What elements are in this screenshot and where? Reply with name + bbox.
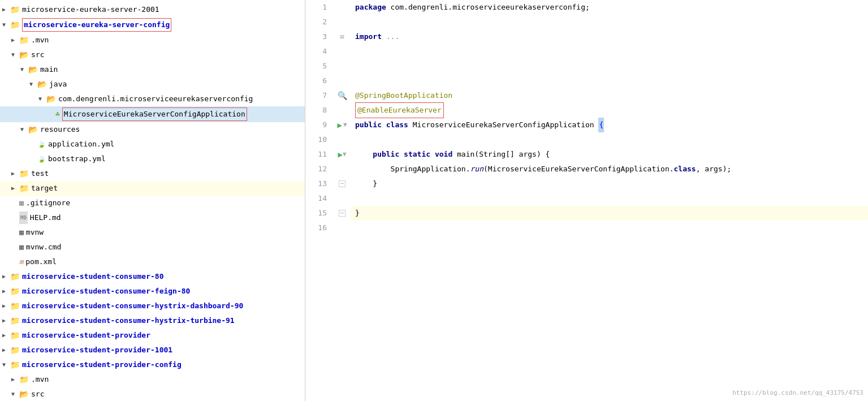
code-indent bbox=[355, 147, 373, 162]
code-text: com.dengrenli.microserviceeurekaserverco… bbox=[386, 0, 590, 15]
gutter-1 bbox=[334, 0, 351, 15]
code-text bbox=[382, 118, 386, 132]
line-num-4: 4 bbox=[310, 44, 327, 59]
gutter-11[interactable]: ▶ ▼ bbox=[334, 147, 351, 162]
fold-icon-13[interactable]: − bbox=[339, 180, 346, 187]
code-line-4 bbox=[351, 44, 868, 59]
tree-item-test[interactable]: ▶ 📁 test bbox=[0, 166, 305, 181]
arrow-icon: ▶ bbox=[2, 285, 10, 297]
yml-icon: 🍃 bbox=[37, 153, 46, 165]
tree-item-consumer-80[interactable]: ▶ 📁 microservice-student-consumer-80 bbox=[0, 269, 305, 284]
folder-src-icon: 📂 bbox=[19, 388, 29, 400]
folder-icon: 📁 bbox=[19, 182, 29, 195]
xml-icon: m bbox=[19, 256, 23, 268]
tree-item-bootstrap-yml[interactable]: 🍃 bootstrap.yml bbox=[0, 152, 305, 166]
tree-item-src2[interactable]: ▼ 📂 src bbox=[0, 387, 305, 401]
line-num-16: 16 bbox=[310, 221, 327, 235]
tree-item-resources[interactable]: ▼ 📂 resources bbox=[0, 122, 305, 137]
code-line-3: import ... bbox=[351, 29, 868, 44]
arrow-icon: ▼ bbox=[20, 123, 28, 136]
gutter-9[interactable]: ▶ ▼ bbox=[334, 118, 351, 132]
code-text: , args); bbox=[696, 162, 732, 176]
tree-label: java bbox=[49, 78, 67, 90]
gutter-13[interactable]: − bbox=[334, 176, 351, 191]
folder-pkg-icon: 📂 bbox=[46, 93, 56, 105]
tree-label: mvnw bbox=[26, 226, 44, 239]
tree-label: src bbox=[31, 49, 44, 61]
arrow-icon: ▼ bbox=[20, 63, 28, 76]
tree-item-gitignore[interactable]: ▦ .gitignore bbox=[0, 196, 305, 210]
keyword-public2: public bbox=[373, 147, 399, 162]
brace-open: { bbox=[598, 118, 604, 132]
tree-item-help-md[interactable]: MD HELP.md bbox=[0, 210, 305, 225]
fold-icon-11[interactable]: ▼ bbox=[343, 147, 347, 162]
tree-item-pom-xml[interactable]: m pom.xml bbox=[0, 255, 305, 269]
code-line-11: public static void main(String[] args) { bbox=[351, 147, 868, 162]
fold-icon[interactable]: ⊞ bbox=[340, 29, 344, 44]
method-run: run bbox=[470, 162, 483, 176]
tree-item-student-provider[interactable]: ▶ 📁 microservice-student-provider bbox=[0, 328, 305, 343]
code-line-13: } bbox=[351, 176, 868, 191]
tree-item-main[interactable]: ▼ 📂 main bbox=[0, 62, 305, 77]
tree-item-application-yml[interactable]: 🍃 application.yml bbox=[0, 137, 305, 152]
code-text: (MicroserviceEurekaServerConfigApplicati… bbox=[483, 162, 674, 176]
line-num-7: 7 bbox=[310, 88, 327, 103]
md-icon: MD bbox=[19, 212, 28, 224]
file-tree[interactable]: ▶ 📁 microservice-eureka-server-2001 ▼ 📁 … bbox=[0, 0, 305, 401]
arrow-icon: ▶ bbox=[11, 167, 19, 180]
fold-icon-9[interactable]: ▼ bbox=[343, 118, 347, 132]
keyword-package: package bbox=[355, 0, 386, 15]
line-num-14: 14 bbox=[310, 191, 327, 206]
tree-item-student-provider-1001[interactable]: ▶ 📁 microservice-student-provider-1001 bbox=[0, 343, 305, 357]
tree-item-student-provider-config[interactable]: ▼ 📁 microservice-student-provider-config bbox=[0, 357, 305, 372]
code-line-1: package com.dengrenli.microserviceeureka… bbox=[351, 0, 868, 15]
annotation-eureka: @EnableEurekaServer bbox=[355, 102, 444, 118]
line-num-2: 2 bbox=[310, 15, 327, 29]
keyword-static: static bbox=[404, 147, 430, 162]
tree-item-mvnw-cmd[interactable]: ▦ mvnw.cmd bbox=[0, 240, 305, 255]
gutter-8 bbox=[334, 103, 351, 118]
tree-item-pkg[interactable]: ▼ 📂 com.dengrenli.microserviceeurekaserv… bbox=[0, 92, 305, 106]
tree-item-target[interactable]: ▶ 📁 target bbox=[0, 181, 305, 196]
line-num-5: 5 bbox=[310, 59, 327, 74]
code-line-6 bbox=[351, 74, 868, 88]
tree-label: test bbox=[31, 167, 49, 180]
yml-icon: 🍃 bbox=[37, 138, 46, 150]
tree-item-mvn2[interactable]: ▶ 📁 .mvn bbox=[0, 372, 305, 387]
mvnw-cmd-icon: ▦ bbox=[19, 241, 24, 253]
search-gutter-icon[interactable]: 🔍 bbox=[338, 88, 347, 103]
tree-item-mvn[interactable]: ▶ 📁 .mvn bbox=[0, 33, 305, 48]
tree-item-app-class[interactable]: ☘ MicroserviceEurekaServerConfigApplicat… bbox=[0, 106, 305, 122]
gutter-7[interactable]: 🔍 bbox=[334, 88, 351, 103]
gutter-6 bbox=[334, 74, 351, 88]
run-icon-11[interactable]: ▶ bbox=[338, 147, 342, 162]
tree-item-mvnw[interactable]: ▦ mvnw bbox=[0, 225, 305, 240]
line-num-9: 9 bbox=[310, 118, 327, 132]
tree-item-consumer-feign-80[interactable]: ▶ 📁 microservice-student-consumer-feign-… bbox=[0, 284, 305, 299]
code-line-7: @SpringBootApplication bbox=[351, 88, 868, 103]
mvnw-icon: ▦ bbox=[19, 226, 24, 239]
line-num-11: 11 bbox=[310, 147, 327, 162]
keyword-class2: class bbox=[674, 162, 696, 176]
gutter-15[interactable]: − bbox=[334, 206, 351, 221]
tree-item-src[interactable]: ▼ 📂 src bbox=[0, 48, 305, 62]
fold-icon-15[interactable]: − bbox=[339, 210, 346, 217]
code-line-9: public class MicroserviceEurekaServerCon… bbox=[351, 118, 868, 132]
tree-item-hystrix-dashboard-90[interactable]: ▶ 📁 microservice-student-consumer-hystri… bbox=[0, 299, 305, 313]
spring-java-icon: ☘ bbox=[55, 108, 60, 120]
tree-item-java-folder[interactable]: ▼ 📂 java bbox=[0, 77, 305, 92]
tree-item-eureka-config[interactable]: ▼ 📁 microservice-eureka-server-config bbox=[0, 17, 305, 33]
tree-item-hystrix-turbine-91[interactable]: ▶ 📁 microservice-student-consumer-hystri… bbox=[0, 313, 305, 328]
arrow-icon: ▶ bbox=[11, 373, 19, 386]
gutter: ⊞ 🔍 ▶ ▼ ▶ ▼ bbox=[334, 0, 351, 401]
keyword-import: import bbox=[355, 29, 382, 44]
tree-item-eureka-2001[interactable]: ▶ 📁 microservice-eureka-server-2001 bbox=[0, 2, 305, 17]
folder-icon: 📁 bbox=[10, 19, 20, 31]
gutter-3[interactable]: ⊞ bbox=[334, 29, 351, 44]
run-icon-9[interactable]: ▶ bbox=[337, 118, 342, 132]
code-line-2 bbox=[351, 15, 868, 29]
line-num-12: 12 bbox=[310, 162, 327, 176]
code-line-14 bbox=[351, 191, 868, 206]
tree-label: microservice-student-consumer-hystrix-tu… bbox=[22, 314, 235, 327]
arrow-icon: ▶ bbox=[2, 329, 10, 342]
